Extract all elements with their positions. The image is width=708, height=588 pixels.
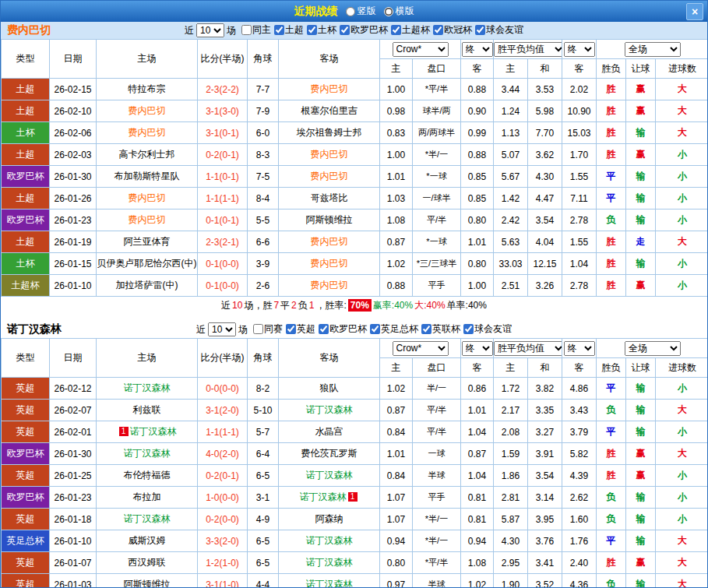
checkbox-label: 球会友谊 xyxy=(486,23,523,37)
asian-handicap: *平/半 xyxy=(413,79,461,100)
asian-handicap: 平手 xyxy=(413,487,461,509)
filter-checkbox[interactable]: 同赛 xyxy=(253,322,283,336)
checkbox[interactable] xyxy=(319,324,329,334)
away-team-cell: 狼队 xyxy=(279,378,380,400)
team-name-text: 诺丁汉森林 xyxy=(306,535,353,546)
filter-checkbox[interactable]: 英超 xyxy=(286,322,315,336)
final-odds-select[interactable]: 终 xyxy=(462,341,493,356)
corner-count: 5-10 xyxy=(248,400,279,421)
filter-checkbox[interactable]: 同主 xyxy=(241,23,271,37)
result-handicap: 输 xyxy=(626,209,656,231)
home-team-cell: 阿兰亚体育 xyxy=(97,231,198,253)
subcol-goals-result: 进球数 xyxy=(656,358,708,378)
europe-avg-select[interactable]: 胜平负均值 xyxy=(494,341,562,356)
checkbox[interactable] xyxy=(463,324,474,334)
team-name-text: 诺丁汉森林 xyxy=(300,491,347,502)
match-row: 欧罗巴杯26-01-23费内巴切0-1(0-1)5-5阿斯顿维拉1.08平/半0… xyxy=(2,209,708,231)
result-goals: 小 xyxy=(656,509,708,530)
checkbox-label: 土杯 xyxy=(318,23,336,37)
team-name-text: 诺丁汉森林 xyxy=(124,382,171,393)
horizontal-layout-radio[interactable] xyxy=(384,7,393,16)
filter-checkbox[interactable]: 欧罗巴杯 xyxy=(319,322,367,336)
checkbox[interactable] xyxy=(370,324,380,334)
team-name: 费内巴切 xyxy=(7,23,51,37)
home-team-cell: 费内巴切 xyxy=(97,122,198,144)
final-europe-select[interactable]: 终 xyxy=(564,341,595,356)
filter-checkbox[interactable]: 土杯 xyxy=(307,23,336,37)
match-score: 2-3(2-1) xyxy=(198,231,248,253)
europe-win-odds: 2.81 xyxy=(494,487,528,509)
checkbox[interactable] xyxy=(391,25,401,35)
vertical-layout-radio[interactable] xyxy=(346,7,355,16)
checkbox[interactable] xyxy=(253,324,263,334)
europe-avg-select[interactable]: 胜平负均值 xyxy=(494,42,562,57)
corner-count: 8-4 xyxy=(248,188,279,209)
asian-away-odds: 1.04 xyxy=(461,421,494,443)
close-icon[interactable]: × xyxy=(686,3,703,20)
final-europe-select[interactable]: 终 xyxy=(564,42,595,57)
checkbox-label: 欧罗巴杯 xyxy=(350,23,388,37)
subcol-result: 胜负 xyxy=(597,358,626,378)
result-handicap: 走 xyxy=(626,231,656,253)
asian-home-odds: 1.03 xyxy=(380,188,413,209)
layout-option-horizontal[interactable]: 横版 xyxy=(384,5,414,18)
asian-home-odds: 1.07 xyxy=(380,509,413,530)
filter-checkbox[interactable]: 英联杯 xyxy=(421,322,460,336)
checkbox[interactable] xyxy=(241,25,252,35)
red-card-badge: 1 xyxy=(348,492,358,502)
checkbox[interactable] xyxy=(421,324,431,334)
result-outcome: 负 xyxy=(597,400,626,421)
filter-checkbox[interactable]: 球会友谊 xyxy=(475,23,523,37)
team-name-text: 阿森纳 xyxy=(315,513,343,524)
filter-checkbox[interactable]: 土超 xyxy=(274,23,304,37)
layout-option-vertical[interactable]: 竖版 xyxy=(346,5,376,18)
asian-away-odds: 0.80 xyxy=(461,209,494,231)
odds-source-select[interactable]: Crow* xyxy=(393,341,449,356)
competition-badge: 英超 xyxy=(2,421,50,443)
final-odds-select[interactable]: 终 xyxy=(462,42,493,57)
col-score: 比分(半场) xyxy=(198,40,248,79)
filter-checkbox[interactable]: 英足总杯 xyxy=(370,322,418,336)
asian-handicap: 半/一 xyxy=(413,378,461,400)
checkbox[interactable] xyxy=(475,25,485,35)
full-match-select[interactable]: 全场 xyxy=(625,341,681,356)
filter-suffix: 场 xyxy=(238,323,248,336)
checkbox[interactable] xyxy=(286,324,296,334)
filter-prefix: 近 xyxy=(185,24,194,37)
match-score: 0-1(0-0) xyxy=(198,253,248,275)
match-date: 26-01-15 xyxy=(50,253,97,275)
match-row: 土超26-01-26费内巴切1-1(1-1)8-4哥兹塔比1.03一/球半0.8… xyxy=(2,188,708,209)
subcol-draw: 和 xyxy=(528,59,562,79)
checkbox[interactable] xyxy=(340,25,350,35)
filter-checkbox[interactable]: 欧罗巴杯 xyxy=(340,23,388,37)
europe-win-odds: 1.72 xyxy=(494,378,528,400)
filter-checkbox[interactable]: 土超杯 xyxy=(391,23,430,37)
filter-checkbox[interactable]: 球会友谊 xyxy=(463,322,512,336)
team-name-text: 诺丁汉森林 xyxy=(306,404,353,415)
match-count-select[interactable]: 10 xyxy=(208,322,236,336)
europe-draw-odds: 3.35 xyxy=(528,400,562,421)
match-row: 英超26-01-25布伦特福德0-2(0-1)6-5诺丁汉森林0.84半球1.0… xyxy=(2,465,708,487)
asian-away-odds: 0.90 xyxy=(461,100,494,122)
odds-source-select[interactable]: Crow* xyxy=(393,42,449,57)
asian-handicap: 平/半 xyxy=(413,400,461,421)
team-name-text: 费内巴切 xyxy=(129,127,166,138)
asian-handicap: 球半/两 xyxy=(413,100,461,122)
match-date: 26-02-15 xyxy=(50,79,97,100)
match-count-select[interactable]: 10 xyxy=(196,23,224,37)
checkbox[interactable] xyxy=(433,25,443,35)
result-handicap: 输 xyxy=(626,166,656,188)
result-goals: 小 xyxy=(656,275,708,297)
result-handicap: 赢 xyxy=(626,144,656,166)
asian-handicap: *平/半 xyxy=(413,552,461,574)
checkbox[interactable] xyxy=(274,25,284,35)
europe-win-odds: 1.24 xyxy=(494,100,528,122)
result-goals: 大 xyxy=(656,122,708,144)
checkbox[interactable] xyxy=(307,25,317,35)
subcol-result: 胜负 xyxy=(597,59,626,79)
europe-lose-odds: 15.03 xyxy=(562,122,597,144)
result-handicap: 输 xyxy=(626,574,656,588)
filter-checkbox[interactable]: 欧冠杯 xyxy=(433,23,472,37)
checkbox-label: 球会友谊 xyxy=(474,322,512,336)
full-match-select[interactable]: 全场 xyxy=(625,42,681,57)
